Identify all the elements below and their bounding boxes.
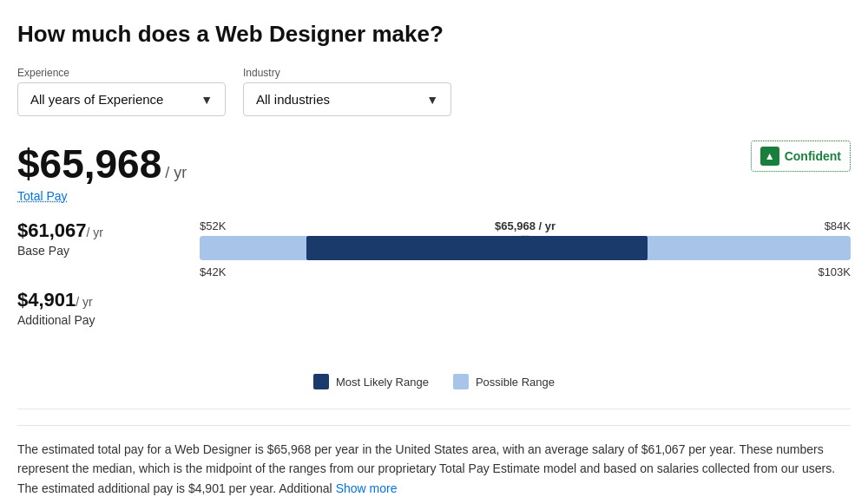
bar-labels-row: $42K $103K — [200, 265, 851, 278]
confident-badge[interactable]: ▲ Confident — [751, 141, 851, 172]
legend-row: Most Likely Range Possible Range — [17, 374, 851, 389]
total-pay-value: $65,968 — [17, 141, 161, 187]
additional-pay-amount: $4,901/ yr — [17, 289, 191, 311]
legend-likely-label: Most Likely Range — [336, 376, 429, 389]
show-more-link[interactable]: Show more — [336, 481, 398, 495]
experience-value: All years of Experience — [30, 92, 163, 107]
industry-filter-group: Industry All industries ▼ — [243, 67, 451, 116]
industry-chevron-icon: ▼ — [426, 93, 438, 107]
industry-label: Industry — [243, 67, 451, 79]
industry-value: All industries — [256, 92, 330, 107]
confident-label: Confident — [785, 149, 841, 163]
confident-icon: ▲ — [760, 147, 779, 166]
additional-pay-item: $4,901/ yr Additional Pay — [17, 289, 191, 327]
base-pay-item: $61,067/ yr Base Pay — [17, 219, 191, 258]
additional-pay-value: $4,901 — [17, 289, 76, 311]
page-title: How much does a Web Designer make? — [17, 21, 851, 48]
bar-likely — [306, 236, 648, 260]
experience-chevron-icon: ▼ — [201, 93, 213, 107]
total-pay-label[interactable]: Total Pay — [17, 189, 68, 203]
chart-center-label: $65,968 / yr — [495, 219, 556, 232]
legend-likely: Most Likely Range — [313, 374, 429, 389]
total-pay-per-yr: / yr — [165, 164, 187, 182]
chart-marker-left: $52K — [200, 219, 226, 232]
legend-possible-label: Possible Range — [476, 376, 555, 389]
additional-pay-per-yr: / yr — [76, 295, 92, 309]
experience-filter-group: Experience All years of Experience ▼ — [17, 67, 226, 116]
total-pay-block: $65,968 / yr Total Pay — [17, 141, 187, 204]
additional-pay-label: Additional Pay — [17, 313, 191, 327]
description-text: The estimated total pay for a Web Design… — [17, 442, 835, 495]
base-pay-value: $61,067 — [17, 219, 87, 241]
chart-area: $52K $65,968 / yr ▼ $84K $42K $103K — [191, 219, 851, 278]
legend-possible-swatch — [453, 374, 469, 389]
section-divider — [17, 409, 851, 409]
chart-marker-row: $52K $65,968 / yr ▼ $84K — [200, 219, 851, 232]
chart-marker-right: $84K — [825, 219, 851, 232]
bar-left-label: $42K — [200, 265, 226, 278]
experience-label: Experience — [17, 67, 226, 79]
base-pay-label: Base Pay — [17, 244, 191, 258]
salary-bar-track — [200, 236, 851, 260]
pay-details-row: $61,067/ yr Base Pay $4,901/ yr Addition… — [17, 219, 851, 358]
industry-select[interactable]: All industries ▼ — [243, 82, 451, 116]
filters-row: Experience All years of Experience ▼ Ind… — [17, 67, 851, 116]
legend-likely-swatch — [313, 374, 329, 389]
total-pay-amount: $65,968 / yr — [17, 141, 187, 187]
experience-select[interactable]: All years of Experience ▼ — [17, 82, 226, 116]
legend-possible: Possible Range — [453, 374, 555, 389]
salary-bar-container — [200, 236, 851, 260]
description-section: The estimated total pay for a Web Design… — [17, 425, 851, 497]
base-pay-amount: $61,067/ yr — [17, 219, 191, 242]
pay-details-left: $61,067/ yr Base Pay $4,901/ yr Addition… — [17, 219, 191, 358]
bar-right-label: $103K — [818, 265, 851, 278]
salary-section: $65,968 / yr Total Pay ▲ Confident — [17, 141, 851, 204]
base-pay-per-yr: / yr — [87, 226, 103, 239]
